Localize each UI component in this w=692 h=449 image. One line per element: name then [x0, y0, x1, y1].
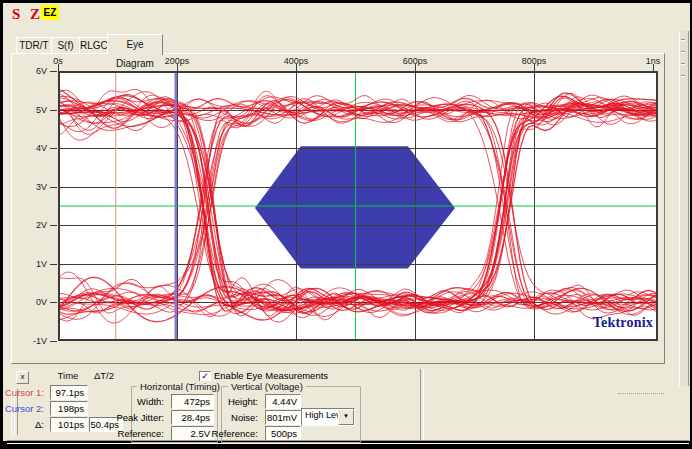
- splitter-grip: [681, 75, 685, 76]
- y-tick-label: 2V: [17, 220, 47, 230]
- column-header-dt2: ΔT/2: [85, 370, 123, 381]
- dropdown-arrow-icon[interactable]: ▼: [338, 409, 354, 425]
- x-tick-mark: [653, 64, 654, 71]
- vertical-voltage-title: Vertical (Voltage): [228, 381, 306, 392]
- y-tick-mark: [50, 341, 57, 342]
- tab-rlgc[interactable]: RLGC: [79, 37, 108, 54]
- close-panel-button[interactable]: x: [16, 371, 29, 384]
- splitter-grip: [681, 63, 685, 64]
- x-tick-mark: [58, 64, 59, 71]
- window-surface: S Z EZ TDR/T S(f) RLGC Eye Diagram 0s200…: [3, 3, 690, 441]
- y-tick-mark: [50, 71, 57, 72]
- eye-diagram-plot: [58, 71, 658, 341]
- x-tick-mark: [415, 64, 416, 71]
- cursor1-time-field: 97.1ps: [50, 385, 88, 400]
- tab-sf[interactable]: S(f): [51, 37, 80, 54]
- cursor2-time-field: 198ps: [50, 401, 88, 416]
- tab-tdrt[interactable]: TDR/T: [16, 37, 52, 54]
- y-tick-label: 4V: [17, 143, 47, 153]
- y-tick-mark: [50, 110, 57, 111]
- splitter-grip: [681, 51, 685, 52]
- s-parameter-icon[interactable]: S: [12, 6, 20, 23]
- width-label: Width:: [137, 396, 164, 407]
- h-reference-field: 2.5V: [171, 426, 214, 441]
- vertical-splitter[interactable]: [679, 31, 689, 386]
- y-tick-mark: [50, 148, 57, 149]
- splitter-grip: [681, 39, 685, 40]
- y-tick-label: 3V: [17, 182, 47, 192]
- panel-divider: [420, 369, 424, 440]
- statusbar-groove: [7, 440, 689, 444]
- y-tick-mark: [50, 264, 57, 265]
- height-field: 4.44V: [265, 394, 301, 409]
- y-tick-mark: [50, 187, 57, 188]
- cursor1-label: Cursor 1:: [5, 387, 44, 398]
- noise-label: Noise:: [231, 412, 258, 423]
- y-tick-mark: [50, 302, 57, 303]
- tektronix-logo: Tektronix: [569, 315, 653, 331]
- application-window: S Z EZ TDR/T S(f) RLGC Eye Diagram 0s200…: [0, 0, 692, 449]
- y-tick-label: 6V: [17, 66, 47, 76]
- height-label: Height:: [228, 396, 258, 407]
- delta-label: Δ:: [35, 419, 44, 430]
- z-parameter-icon[interactable]: Z: [30, 6, 40, 23]
- column-header-time: Time: [47, 370, 89, 381]
- peak-jitter-label: Peak Jitter:: [116, 412, 164, 423]
- v-reference-label: Reference:: [212, 428, 258, 439]
- noise-level-dropdown[interactable]: High Level ▼: [301, 408, 355, 426]
- x-tick-mark: [296, 64, 297, 71]
- noise-field: 801mV: [265, 410, 301, 425]
- tab-eye-diagram[interactable]: Eye Diagram: [107, 34, 163, 55]
- resize-dotted-grip[interactable]: [618, 393, 664, 394]
- enable-eye-measurements-label: Enable Eye Measurements: [214, 370, 328, 381]
- delta-time-field: 101ps: [50, 417, 88, 432]
- y-tick-label: 0V: [17, 297, 47, 307]
- y-tick-label: 1V: [17, 259, 47, 269]
- width-field: 472ps: [171, 394, 214, 409]
- cursor2-label: Cursor 2:: [5, 403, 44, 414]
- y-tick-label: -1V: [17, 336, 47, 346]
- y-tick-mark: [50, 225, 57, 226]
- y-tick-label: 5V: [17, 105, 47, 115]
- horizontal-timing-title: Horizontal (Timing): [137, 381, 223, 392]
- x-tick-mark: [534, 64, 535, 71]
- h-reference-label: Reference:: [118, 428, 164, 439]
- peak-jitter-field: 28.4ps: [171, 410, 214, 425]
- v-reference-field: 500ps: [265, 426, 301, 441]
- x-tick-mark: [177, 64, 178, 71]
- ez-app-icon[interactable]: EZ: [41, 5, 59, 20]
